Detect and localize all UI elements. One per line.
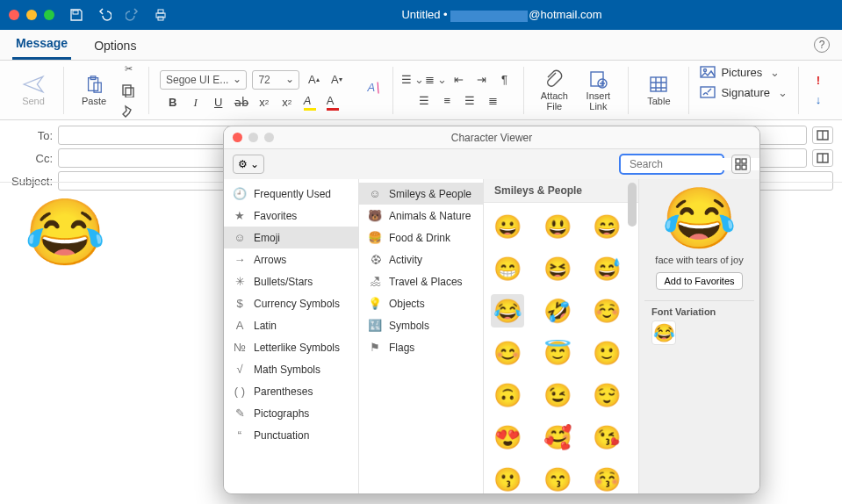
- format-painter-icon[interactable]: [119, 103, 138, 120]
- paragraph-marks-icon[interactable]: ¶: [495, 72, 513, 88]
- underline-button[interactable]: U: [210, 95, 227, 111]
- cv-subcategory-item[interactable]: 💡Objects: [359, 292, 483, 314]
- cv-category-item[interactable]: ☺︎Emoji: [224, 227, 358, 248]
- cv-subcategory-item[interactable]: 🐻Animals & Nature: [359, 205, 483, 227]
- cv-category-item[interactable]: 🕘Frequently Used: [224, 183, 358, 205]
- pictures-menu[interactable]: Pictures: [700, 66, 784, 79]
- titlebar: Untitled • @hotmail.com: [0, 0, 842, 30]
- cv-category-item[interactable]: ( )Parentheses: [224, 380, 358, 402]
- tab-message[interactable]: Message: [12, 29, 71, 60]
- help-icon[interactable]: ?: [814, 37, 830, 53]
- cv-subcategory-item[interactable]: ☺︎Smileys & People: [359, 183, 483, 205]
- undo-icon[interactable]: [95, 6, 114, 24]
- cv-subcategory-item[interactable]: 🏖Travel & Places: [359, 270, 483, 292]
- cv-variation-cell[interactable]: 😂: [651, 320, 676, 345]
- paste-button[interactable]: Paste: [75, 65, 113, 116]
- cv-emoji-cell[interactable]: 😚: [590, 463, 623, 493]
- cv-add-favorites-button[interactable]: Add to Favorites: [656, 272, 742, 290]
- cv-category-item[interactable]: ★Favorites: [224, 205, 358, 227]
- superscript-button[interactable]: x2: [278, 95, 296, 111]
- print-icon[interactable]: [151, 6, 170, 24]
- attach-file-button[interactable]: Attach File: [535, 65, 573, 116]
- close-window-button[interactable]: [9, 10, 19, 20]
- clear-format-icon[interactable]: A⧹: [364, 80, 382, 96]
- justify-button[interactable]: ≣: [484, 93, 501, 109]
- cv-emoji-cell[interactable]: 😙: [541, 463, 574, 493]
- cv-emoji-cell[interactable]: 😊: [491, 336, 524, 370]
- cv-emoji-cell[interactable]: 😁: [491, 252, 524, 285]
- copy-icon[interactable]: [119, 82, 138, 99]
- cv-category-item[interactable]: √Math Symbols: [224, 358, 358, 380]
- minimize-window-button[interactable]: [26, 10, 37, 20]
- cv-settings-button[interactable]: ⚙︎ ⌄: [233, 155, 264, 174]
- numbering-button[interactable]: ≣: [427, 72, 444, 88]
- tab-options[interactable]: Options: [90, 32, 140, 60]
- align-center-button[interactable]: ≡: [438, 93, 456, 109]
- cv-scrollbar[interactable]: [628, 183, 637, 227]
- strikethrough-button[interactable]: a̶b̶: [233, 95, 250, 111]
- cv-layout-toggle[interactable]: [731, 155, 751, 174]
- cc-contacts-button[interactable]: [812, 149, 833, 167]
- cv-search-field[interactable]: [619, 154, 724, 175]
- to-contacts-button[interactable]: [812, 126, 833, 144]
- cv-category-item[interactable]: “ Punctuation: [224, 424, 358, 446]
- cv-category-item[interactable]: ✎Pictographs: [224, 402, 358, 424]
- shrink-font-icon[interactable]: A▾: [327, 72, 345, 88]
- indent-button[interactable]: ⇥: [472, 72, 490, 88]
- priority-low-icon[interactable]: ↓: [810, 92, 827, 108]
- cv-category-item[interactable]: ✳︎Bullets/Stars: [224, 270, 358, 292]
- save-icon[interactable]: [67, 6, 86, 24]
- cv-emoji-cell[interactable]: 😍: [491, 421, 524, 454]
- cv-emoji-cell[interactable]: ☺️: [590, 294, 623, 328]
- cv-emoji-cell[interactable]: 🤣: [541, 294, 574, 328]
- cv-emoji-cell[interactable]: 😇: [541, 336, 574, 370]
- cv-category-item[interactable]: №Letterlike Symbols: [224, 336, 358, 358]
- cut-icon[interactable]: ✂︎: [119, 61, 138, 78]
- svg-rect-8: [126, 88, 133, 97]
- italic-button[interactable]: I: [187, 95, 205, 111]
- cv-emoji-cell[interactable]: 😘: [590, 421, 623, 454]
- cv-emoji-cell[interactable]: 😃: [541, 210, 574, 243]
- signature-menu[interactable]: Signature: [700, 86, 788, 99]
- cv-emoji-cell[interactable]: 😗: [491, 463, 524, 493]
- category-label: Punctuation: [254, 429, 309, 442]
- cv-emoji-cell[interactable]: 😆: [541, 252, 574, 285]
- cv-emoji-cell[interactable]: 🙃: [491, 378, 524, 412]
- zoom-window-button[interactable]: [44, 10, 54, 20]
- highlight-color-button[interactable]: A: [301, 95, 319, 111]
- align-right-button[interactable]: ☰: [461, 93, 479, 109]
- table-button[interactable]: Table: [639, 65, 678, 116]
- cv-category-item[interactable]: $Currency Symbols: [224, 292, 358, 314]
- align-left-button[interactable]: ☰: [415, 93, 433, 109]
- bold-button[interactable]: B: [164, 95, 182, 111]
- cv-emoji-cell[interactable]: 😂: [491, 294, 524, 328]
- cv-subcategory-item[interactable]: 🔣Symbols: [359, 314, 483, 336]
- cv-emoji-cell[interactable]: 😉: [541, 378, 574, 412]
- cv-emoji-cell[interactable]: 😄: [590, 210, 623, 243]
- cv-emoji-cell[interactable]: 😀: [491, 210, 524, 243]
- cv-emoji-cell[interactable]: 🥰: [541, 421, 574, 454]
- cv-emoji-cell[interactable]: 😌: [590, 378, 623, 412]
- grow-font-icon[interactable]: A▴: [305, 72, 322, 88]
- cv-subcategory-item[interactable]: ⚽︎Activity: [359, 248, 483, 270]
- font-color-button[interactable]: A: [324, 95, 342, 111]
- svg-rect-11: [651, 77, 666, 91]
- outdent-button[interactable]: ⇤: [450, 72, 467, 88]
- redacted-name: [450, 11, 528, 22]
- svg-rect-17: [742, 159, 746, 163]
- cv-category-item[interactable]: →Arrows: [224, 248, 358, 270]
- redo-icon[interactable]: [123, 6, 142, 24]
- cv-subcategory-item[interactable]: 🍔Food & Drink: [359, 227, 483, 248]
- cv-subcategory-item[interactable]: ⚑Flags: [359, 336, 483, 358]
- priority-high-icon[interactable]: !: [810, 73, 827, 89]
- cv-category-item[interactable]: ALatin: [224, 314, 358, 336]
- font-size-select[interactable]: 72: [252, 70, 299, 90]
- subscript-button[interactable]: x2: [255, 95, 273, 111]
- font-select[interactable]: Segoe UI E...: [160, 70, 247, 90]
- bullets-button[interactable]: ☰: [404, 72, 421, 88]
- cv-emoji-cell[interactable]: 😅: [590, 252, 623, 285]
- cv-emoji-cell[interactable]: 🙂: [590, 336, 623, 370]
- insert-link-button[interactable]: Insert Link: [579, 65, 617, 116]
- cv-close-button[interactable]: [233, 133, 242, 142]
- send-button[interactable]: Send: [14, 65, 53, 116]
